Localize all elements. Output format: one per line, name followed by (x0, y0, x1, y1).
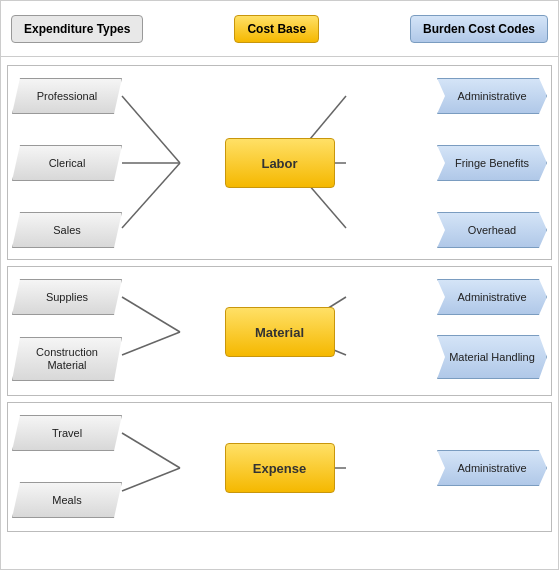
svg-line-6 (122, 297, 180, 332)
construction-material-trap: Construction Material (12, 337, 122, 381)
administrative-right-material: Administrative (437, 279, 547, 315)
overhead-right: Overhead (437, 212, 547, 248)
administrative-right-expense: Administrative (437, 450, 547, 486)
header-expenditure-types: Expenditure Types (11, 15, 143, 43)
material-handling-right: Material Handling (437, 335, 547, 379)
header-row: Expenditure Types Cost Base Burden Cost … (1, 1, 558, 57)
material-center: Material (225, 307, 335, 357)
header-burden-cost-codes: Burden Cost Codes (410, 15, 548, 43)
clerical-trap: Clerical (12, 145, 122, 181)
professional-trap: Professional (12, 78, 122, 114)
administrative-right-labor: Administrative (437, 78, 547, 114)
supplies-trap: Supplies (12, 279, 122, 315)
svg-line-10 (122, 433, 180, 468)
expense-section: Travel Meals Expense Administrative (7, 402, 552, 532)
svg-line-7 (122, 332, 180, 355)
expense-center: Expense (225, 443, 335, 493)
svg-line-11 (122, 468, 180, 491)
travel-trap: Travel (12, 415, 122, 451)
sales-trap: Sales (12, 212, 122, 248)
meals-trap: Meals (12, 482, 122, 518)
svg-line-2 (122, 163, 180, 228)
material-section: Supplies Construction Material Material … (7, 266, 552, 396)
labor-center: Labor (225, 138, 335, 188)
labor-section: Professional Clerical Sales Labor Admini… (7, 65, 552, 260)
diagram: Expenditure Types Cost Base Burden Cost … (0, 0, 559, 570)
header-cost-base: Cost Base (234, 15, 319, 43)
fringe-benefits-right: Fringe Benefits (437, 145, 547, 181)
svg-line-0 (122, 96, 180, 163)
